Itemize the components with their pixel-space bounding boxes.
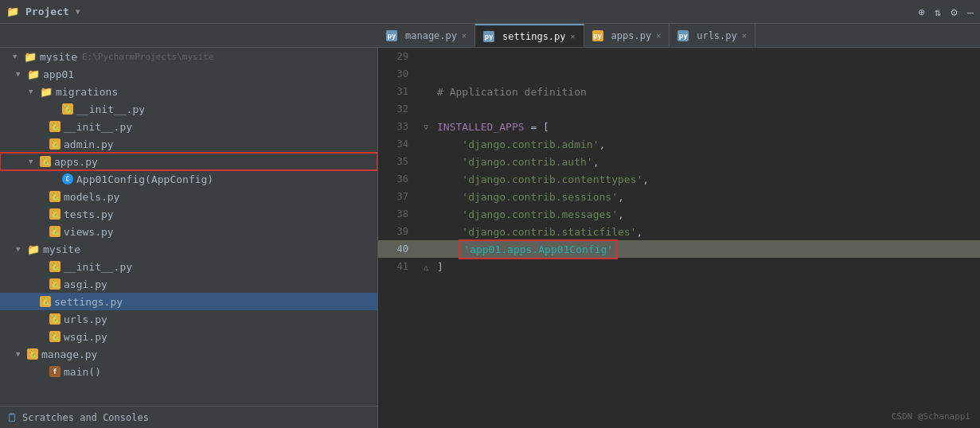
tree-item-app01config[interactable]: C App01Config(AppConfig) (0, 170, 377, 188)
py-icon: 🐍 (49, 208, 61, 220)
tree-item-tests[interactable]: 🐍 tests.py (0, 205, 377, 223)
close-icon[interactable]: ✕ (571, 32, 576, 41)
item-label: __init__.py (64, 261, 132, 273)
tree-item-models[interactable]: 🐍 models.py (0, 188, 377, 205)
item-label: views.py (64, 226, 114, 238)
item-label: mysite (43, 243, 80, 255)
code-line-30: 30 (378, 65, 980, 83)
fold-icon[interactable]: △ (424, 263, 428, 271)
line-number: 37 (378, 191, 418, 202)
py-icon: 🐍 (49, 121, 61, 132)
chevron-down-icon[interactable]: ▼ (76, 7, 80, 16)
add-icon[interactable]: ⊕ (918, 6, 924, 18)
fold-icon[interactable]: ▽ (424, 123, 428, 131)
tab-apps-py[interactable]: py apps.py ✕ (584, 24, 670, 47)
code-content: 'django.contrib.sessions', (434, 191, 980, 203)
tab-urls-py[interactable]: py urls.py ✕ (670, 24, 755, 47)
line-number: 40 (378, 243, 418, 255)
project-title[interactable]: Project (25, 6, 69, 18)
code-content: 'django.contrib.messages', (434, 208, 980, 220)
py-icon: 🐍 (49, 226, 61, 237)
minimize-icon[interactable]: — (967, 6, 974, 18)
tree-item-admin[interactable]: 🐍 admin.py (0, 135, 377, 153)
line-number: 35 (378, 156, 418, 167)
line-gutter: ▽ (418, 123, 434, 131)
code-content: 'django.contrib.contenttypes', (434, 173, 980, 185)
py-icon: 🐍 (49, 278, 61, 290)
code-line-34: 34 'django.contrib.admin', (378, 135, 980, 153)
item-label: migrations (56, 86, 118, 98)
tree-item-init-migrations[interactable]: 🐍 __init__.py (0, 100, 377, 118)
sidebar-bottom[interactable]: 🗒 Scratches and Consoles (0, 406, 377, 428)
py-icon: py (677, 30, 689, 41)
item-label: models.py (64, 191, 119, 203)
line-number: 38 (378, 208, 418, 220)
py-icon: 🐍 (62, 103, 73, 115)
folder-icon: 📁 (27, 243, 40, 255)
tab-label: apps.py (611, 30, 652, 41)
py-icon: 🐍 (49, 331, 61, 342)
item-label: app01 (43, 68, 74, 80)
code-line-29: 29 (378, 48, 980, 65)
gear-icon[interactable]: ⚙ (951, 6, 957, 18)
tree-item-asgi[interactable]: 🐍 asgi.py (0, 275, 377, 293)
close-icon[interactable]: ✕ (742, 31, 747, 40)
code-line-40: 40 'app01.apps.App01Config' (378, 240, 980, 258)
code-editor[interactable]: 29 30 31 # Application definition 32 33 … (378, 48, 980, 428)
tree-item-init-mysite[interactable]: 🐍 __init__.py (0, 258, 377, 275)
root-label: mysite (40, 51, 77, 63)
tree-item-urls[interactable]: 🐍 urls.py (0, 310, 377, 328)
tree-item-manage[interactable]: 🐍 manage.py (0, 345, 377, 363)
folder-icon: 📁 (24, 50, 37, 63)
code-content: 'django.contrib.admin', (434, 138, 980, 150)
code-line-32: 32 (378, 100, 980, 118)
code-content: # Application definition (434, 86, 980, 98)
tree-item-migrations[interactable]: 📁 migrations (0, 83, 377, 100)
item-label: App01Config(AppConfig) (76, 173, 213, 185)
code-line-38: 38 'django.contrib.messages', (378, 205, 980, 223)
tree-arrow (16, 70, 25, 78)
item-label: __init__.py (76, 103, 145, 115)
py-icon: 🐍 (27, 348, 38, 360)
scratches-label: Scratches and Consoles (22, 412, 149, 423)
item-label: admin.py (64, 138, 114, 150)
func-icon: f (49, 366, 61, 377)
code-content: 'django.contrib.auth', (434, 156, 980, 168)
tree-item-main[interactable]: f main() (0, 363, 377, 380)
close-icon[interactable]: ✕ (656, 31, 661, 40)
py-icon: 🐍 (40, 296, 51, 307)
tree-item-wsgi[interactable]: 🐍 wsgi.py (0, 328, 377, 345)
py-icon: 🐍 (49, 313, 61, 325)
item-label: apps.py (54, 156, 98, 168)
tree-item-views[interactable]: 🐍 views.py (0, 223, 377, 240)
line-number: 33 (378, 121, 418, 132)
tree-root[interactable]: 📁 mysite E:\PycharmProjects\mysite (0, 48, 377, 65)
folder-icon: 📁 (40, 85, 53, 98)
tree-item-apps[interactable]: 🐍 apps.py (0, 153, 377, 170)
folder-icon: 📁 (6, 6, 19, 18)
tree-item-init-app01[interactable]: 🐍 __init__.py (0, 118, 377, 135)
code-content: 'app01.apps.App01Config' (434, 243, 980, 255)
collapse-icon[interactable]: ⇅ (935, 6, 941, 18)
item-label: tests.py (64, 208, 114, 220)
line-number: 34 (378, 138, 418, 150)
line-number: 31 (378, 86, 418, 97)
code-line-39: 39 'django.contrib.staticfiles', (378, 223, 980, 240)
py-icon: 🐍 (40, 156, 51, 167)
tree-arrow (29, 88, 38, 95)
py-icon: 🐍 (49, 138, 61, 150)
close-icon[interactable]: ✕ (462, 31, 467, 40)
code-content: ] (434, 261, 980, 273)
tree-item-mysite-folder[interactable]: 📁 mysite (0, 240, 377, 258)
tab-manage-py[interactable]: py manage.py ✕ (378, 24, 475, 47)
tab-settings-py[interactable]: py settings.py ✕ (475, 24, 584, 47)
item-label: urls.py (64, 313, 107, 325)
line-number: 32 (378, 103, 418, 115)
code-line-36: 36 'django.contrib.contenttypes', (378, 170, 980, 188)
item-label: manage.py (41, 348, 97, 360)
tree-item-app01[interactable]: 📁 app01 (0, 65, 377, 83)
code-line-35: 35 'django.contrib.auth', (378, 153, 980, 170)
tree-arrow (16, 350, 25, 358)
tree-item-settings[interactable]: 🐍 settings.py (0, 293, 377, 310)
tree-arrow (29, 158, 38, 165)
